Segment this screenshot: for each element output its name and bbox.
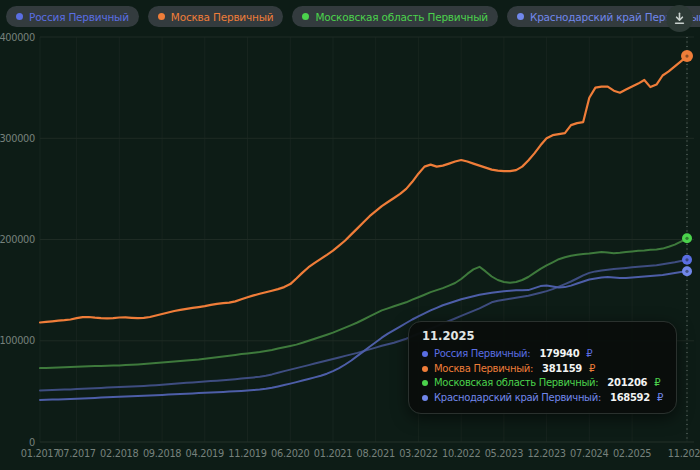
tooltip-series-label: Москва Первичный: [434, 362, 533, 377]
legend-item-moscow-oblast[interactable]: Московская область Первичный [292, 6, 498, 27]
x-axis-label: 04.2019 [186, 448, 224, 459]
series-dot-russia [422, 351, 428, 357]
x-axis-label: 01.2017 [21, 448, 59, 459]
x-axis-label: 12.2023 [527, 448, 565, 459]
tooltip-row-russia: Россия Первичный: 179940 ₽ [422, 347, 663, 362]
chart-tooltip: 11.2025 Россия Первичный: 179940 ₽ Москв… [408, 321, 677, 414]
tooltip-row-moscow-oblast: Московская область Первичный: 201206 ₽ [422, 376, 663, 391]
tooltip-series-label: Россия Первичный: [434, 347, 530, 362]
x-axis-label: 08.2021 [356, 448, 394, 459]
y-axis-label: 100000 [0, 335, 35, 346]
ruble-sign: ₽ [654, 376, 660, 391]
y-axis-label: 400000 [0, 32, 35, 43]
x-axis-label: 07.2024 [570, 448, 608, 459]
legend-item-moscow[interactable]: Москва Первичный [148, 6, 284, 27]
endpoint-center-moscow-oblast [685, 237, 688, 240]
x-axis-label: 06.2020 [271, 448, 309, 459]
legend-item-russia[interactable]: Россия Первичный [6, 6, 139, 27]
ruble-sign: ₽ [586, 347, 592, 362]
legend: Россия Первичный Москва Первичный Москов… [6, 6, 700, 27]
line-moscow [40, 56, 687, 322]
series-dot-moscow-oblast [302, 13, 309, 20]
x-axis-label: 09.2018 [143, 448, 181, 459]
tooltip-date: 11.2025 [422, 329, 663, 343]
tooltip-series-value: 201206 [607, 376, 647, 391]
x-axis-label: 01.2021 [314, 448, 352, 459]
download-button[interactable] [666, 5, 693, 32]
tooltip-series-value: 381159 [542, 362, 582, 377]
x-axis-label: 11.2019 [228, 448, 266, 459]
x-axis-label: 10.2022 [442, 448, 480, 459]
tooltip-series-value: 168592 [610, 391, 650, 406]
download-icon [673, 12, 686, 25]
tooltip-series-label: Московская область Первичный: [434, 376, 598, 391]
tooltip-series-label: Краснодарский край Первичный: [434, 391, 601, 406]
ruble-sign: ₽ [589, 362, 595, 377]
series-dot-krasnodar [422, 395, 428, 401]
x-axis-label: 11.2025 [668, 448, 700, 459]
tooltip-series-value: 179940 [539, 347, 579, 362]
endpoint-center-russia [685, 258, 688, 261]
legend-item-label: Россия Первичный [29, 11, 129, 23]
endpoint-center-moscow [685, 55, 688, 58]
y-axis-label: 300000 [0, 133, 35, 144]
legend-item-label: Московская область Первичный [315, 11, 488, 23]
endpoint-center-krasnodar [685, 270, 688, 273]
series-dot-krasnodar [517, 13, 524, 20]
series-dot-moscow-oblast [422, 380, 428, 386]
x-axis-label: 02.2025 [613, 448, 651, 459]
x-axis-label: 02.2018 [100, 448, 138, 459]
tooltip-row-moscow: Москва Первичный: 381159 ₽ [422, 362, 663, 377]
series-dot-russia [16, 13, 23, 20]
y-axis-label: 0 [29, 437, 35, 448]
series-dot-moscow [158, 13, 165, 20]
tooltip-row-krasnodar: Краснодарский край Первичный: 168592 ₽ [422, 391, 663, 406]
x-axis-label: 07.2017 [57, 448, 95, 459]
series-dot-moscow [422, 366, 428, 372]
y-axis-label: 200000 [0, 234, 35, 245]
x-axis-label: 03.2022 [399, 448, 437, 459]
x-axis-label: 05.2023 [485, 448, 523, 459]
ruble-sign: ₽ [657, 391, 663, 406]
legend-item-label: Москва Первичный [171, 11, 274, 23]
